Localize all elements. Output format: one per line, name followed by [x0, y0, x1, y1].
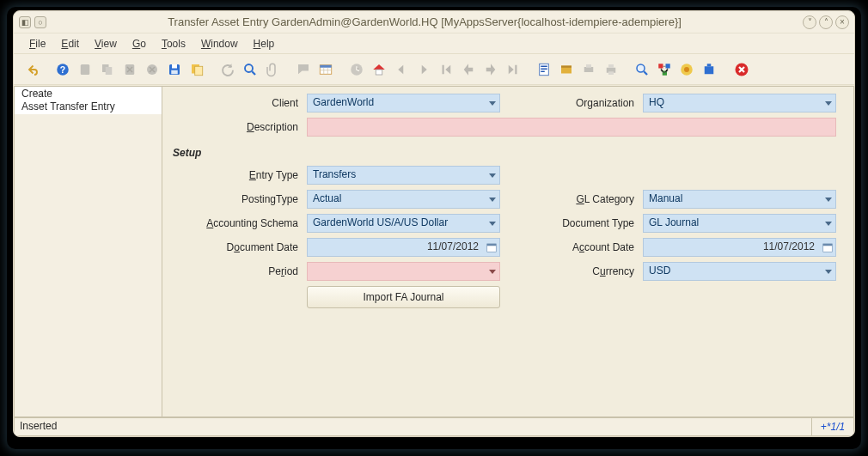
- print-icon[interactable]: [602, 60, 620, 79]
- description-field[interactable]: [307, 118, 836, 137]
- product-info-icon[interactable]: [700, 60, 718, 79]
- record-navigator[interactable]: +*1/1: [811, 418, 854, 436]
- minimize-button[interactable]: ˅: [803, 15, 816, 29]
- window-sticky-icon[interactable]: ○: [34, 16, 46, 28]
- home-icon[interactable]: [370, 60, 388, 79]
- account-date-field[interactable]: 11/07/2012: [643, 238, 836, 257]
- accounting-schema-dropdown-icon[interactable]: [485, 214, 500, 233]
- sidebar: Create Asset Transfer Entry: [14, 86, 162, 417]
- svg-point-28: [637, 64, 645, 72]
- svg-rect-26: [608, 64, 614, 68]
- zoom-across-icon[interactable]: [633, 60, 651, 79]
- grid-toggle-icon[interactable]: [316, 60, 335, 79]
- content-area: Create Asset Transfer Entry Client Garde…: [14, 85, 854, 417]
- nav-next-icon[interactable]: [481, 60, 500, 79]
- label-organization: Organization: [507, 97, 636, 109]
- undo-icon[interactable]: [22, 60, 41, 79]
- nav-last-icon[interactable]: [504, 60, 523, 79]
- delete-record-icon[interactable]: [120, 60, 139, 79]
- svg-rect-29: [658, 64, 663, 68]
- workflow-icon[interactable]: [655, 60, 674, 79]
- svg-rect-11: [195, 66, 203, 76]
- help-icon[interactable]: ?: [53, 60, 72, 79]
- nav-detail-icon[interactable]: [414, 60, 433, 79]
- menu-view[interactable]: View: [88, 36, 124, 52]
- status-message: Inserted: [14, 418, 811, 436]
- label-document-type: Document Type: [507, 217, 636, 229]
- svg-rect-18: [541, 65, 547, 67]
- svg-text:?: ?: [60, 64, 65, 74]
- menu-file[interactable]: File: [22, 36, 52, 52]
- period-field[interactable]: [307, 262, 500, 281]
- organization-field[interactable]: HQ: [643, 94, 836, 112]
- menu-edit[interactable]: Edit: [54, 36, 86, 52]
- document-type-field[interactable]: GL Journal: [643, 214, 836, 233]
- print-preview-icon[interactable]: [579, 60, 598, 79]
- maximize-button[interactable]: ˄: [819, 15, 833, 29]
- history-icon[interactable]: [347, 60, 366, 79]
- menu-go[interactable]: Go: [125, 36, 153, 52]
- posting-type-field[interactable]: Actual: [307, 190, 500, 209]
- close-button[interactable]: ×: [835, 15, 849, 29]
- save-icon[interactable]: [165, 60, 184, 79]
- label-client: Client: [162, 97, 300, 109]
- svg-rect-34: [705, 66, 714, 74]
- nav-prev-icon[interactable]: [459, 60, 478, 79]
- gl-category-dropdown-icon[interactable]: [821, 190, 836, 209]
- svg-rect-16: [376, 70, 382, 75]
- sidebar-item-label: Create: [21, 88, 155, 100]
- label-description: Description: [162, 121, 300, 133]
- app-window: ◧ ○ Transfer Asset Entry GardenAdmin@Gar…: [13, 10, 855, 437]
- svg-rect-23: [584, 67, 594, 72]
- section-setup: Setup: [162, 142, 836, 161]
- client-field[interactable]: GardenWorld: [307, 94, 500, 112]
- attachment-icon[interactable]: [263, 60, 282, 79]
- svg-rect-40: [823, 244, 833, 246]
- sidebar-item-create[interactable]: Create Asset Transfer Entry: [15, 87, 162, 114]
- form-panel: Client GardenWorld Organization HQ Descr…: [162, 86, 854, 417]
- document-type-dropdown-icon[interactable]: [821, 214, 836, 233]
- label-account-date: Account Date: [507, 241, 636, 253]
- menu-help[interactable]: Help: [247, 36, 282, 52]
- currency-dropdown-icon[interactable]: [821, 262, 836, 281]
- status-bar: Inserted +*1/1: [14, 417, 854, 436]
- archive-icon[interactable]: [557, 60, 576, 79]
- entry-type-dropdown-icon[interactable]: [485, 166, 500, 185]
- report-icon[interactable]: [535, 60, 553, 79]
- svg-point-12: [245, 64, 253, 72]
- svg-point-33: [684, 67, 689, 72]
- currency-field[interactable]: USD: [643, 262, 836, 281]
- window-title: Transfer Asset Entry GardenAdmin@GardenW…: [46, 15, 803, 28]
- label-accounting-schema: Accounting Schema: [162, 217, 300, 229]
- svg-rect-30: [666, 64, 670, 68]
- copy-record-icon[interactable]: [98, 60, 117, 79]
- request-icon[interactable]: [677, 60, 696, 79]
- menu-tools[interactable]: Tools: [155, 36, 193, 52]
- svg-rect-9: [171, 70, 178, 74]
- client-dropdown-icon[interactable]: [485, 94, 500, 112]
- exit-icon[interactable]: [730, 58, 753, 81]
- window-menu-icon[interactable]: ◧: [19, 16, 31, 28]
- gl-category-field[interactable]: Manual: [643, 190, 836, 209]
- svg-rect-35: [707, 64, 712, 66]
- label-currency: Currency: [507, 265, 636, 277]
- account-date-calendar-icon[interactable]: [821, 240, 834, 254]
- menu-window[interactable]: Window: [194, 36, 245, 52]
- nav-first-icon[interactable]: [437, 60, 455, 79]
- delete-selection-icon[interactable]: [143, 60, 162, 79]
- organization-dropdown-icon[interactable]: [821, 94, 836, 112]
- posting-type-dropdown-icon[interactable]: [485, 190, 500, 209]
- entry-type-field[interactable]: Transfers: [307, 166, 500, 185]
- period-dropdown-icon[interactable]: [485, 262, 500, 281]
- new-record-icon[interactable]: [76, 60, 95, 79]
- document-date-calendar-icon[interactable]: [485, 240, 498, 254]
- import-fa-journal-button[interactable]: Import FA Journal: [307, 286, 500, 308]
- chat-icon[interactable]: [294, 60, 313, 79]
- refresh-icon[interactable]: [218, 60, 237, 79]
- find-icon[interactable]: [241, 60, 260, 79]
- nav-parent-icon[interactable]: [392, 60, 411, 79]
- accounting-schema-field[interactable]: GardenWorld US/A/US Dollar: [307, 214, 500, 233]
- save-new-icon[interactable]: [187, 60, 206, 79]
- label-posting-type: PostingType: [162, 193, 300, 205]
- document-date-field[interactable]: 11/07/2012: [307, 238, 500, 257]
